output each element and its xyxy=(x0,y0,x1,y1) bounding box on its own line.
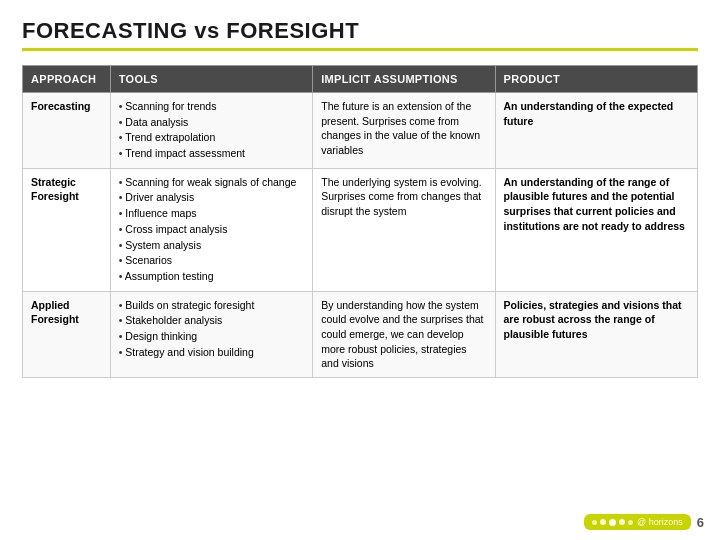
table-row: Strategic ForesightScanning for weak sig… xyxy=(23,168,698,291)
tools-cell: Scanning for weak signals of changeDrive… xyxy=(110,168,313,291)
page-number: 6 xyxy=(697,515,704,530)
list-item: Driver analysis xyxy=(119,190,305,205)
list-item: Stakeholder analysis xyxy=(119,313,305,328)
horizon-badge: @ horizons xyxy=(584,514,691,530)
horizons-logo-text: @ horizons xyxy=(637,517,683,527)
header-approach: APPROACH xyxy=(23,66,111,93)
implicit-cell: The underlying system is evolving. Surpr… xyxy=(313,168,495,291)
list-item: Strategy and vision building xyxy=(119,345,305,360)
list-item: Cross impact analysis xyxy=(119,222,305,237)
header-product: PRODUCT xyxy=(495,66,698,93)
dot-3 xyxy=(609,519,616,526)
dot-5 xyxy=(628,520,633,525)
approach-cell: Applied Foresight xyxy=(23,291,111,377)
title-underline xyxy=(22,48,698,51)
list-item: Data analysis xyxy=(119,115,305,130)
tools-cell: Scanning for trendsData analysisTrend ex… xyxy=(110,93,313,169)
footer-area: @ horizons 6 xyxy=(584,514,704,530)
implicit-cell: By understanding how the system could ev… xyxy=(313,291,495,377)
list-item: Trend extrapolation xyxy=(119,130,305,145)
title-area: FORECASTING vs FORESIGHT xyxy=(22,18,698,51)
product-cell: Policies, strategies and visions that ar… xyxy=(495,291,698,377)
list-item: Scenarios xyxy=(119,253,305,268)
page-container: FORECASTING vs FORESIGHT APPROACH TOOLS … xyxy=(0,0,720,540)
table-row: Applied ForesightBuilds on strategic for… xyxy=(23,291,698,377)
list-item: Scanning for trends xyxy=(119,99,305,114)
page-title: FORECASTING vs FORESIGHT xyxy=(22,18,698,44)
dot-2 xyxy=(600,519,606,525)
list-item: Design thinking xyxy=(119,329,305,344)
header-implicit: IMPLICIT ASSUMPTIONS xyxy=(313,66,495,93)
approach-cell: Strategic Foresight xyxy=(23,168,111,291)
list-item: System analysis xyxy=(119,238,305,253)
tools-cell: Builds on strategic foresightStakeholder… xyxy=(110,291,313,377)
product-cell: An understanding of the range of plausib… xyxy=(495,168,698,291)
dots-graphic xyxy=(592,519,633,526)
comparison-table: APPROACH TOOLS IMPLICIT ASSUMPTIONS PROD… xyxy=(22,65,698,378)
list-item: Builds on strategic foresight xyxy=(119,298,305,313)
list-item: Assumption testing xyxy=(119,269,305,284)
header-tools: TOOLS xyxy=(110,66,313,93)
table-header-row: APPROACH TOOLS IMPLICIT ASSUMPTIONS PROD… xyxy=(23,66,698,93)
product-cell: An understanding of the expected future xyxy=(495,93,698,169)
dot-4 xyxy=(619,519,625,525)
list-item: Influence maps xyxy=(119,206,305,221)
table-row: ForecastingScanning for trendsData analy… xyxy=(23,93,698,169)
list-item: Scanning for weak signals of change xyxy=(119,175,305,190)
implicit-cell: The future is an extension of the presen… xyxy=(313,93,495,169)
dot-1 xyxy=(592,520,597,525)
approach-cell: Forecasting xyxy=(23,93,111,169)
list-item: Trend impact assessment xyxy=(119,146,305,161)
